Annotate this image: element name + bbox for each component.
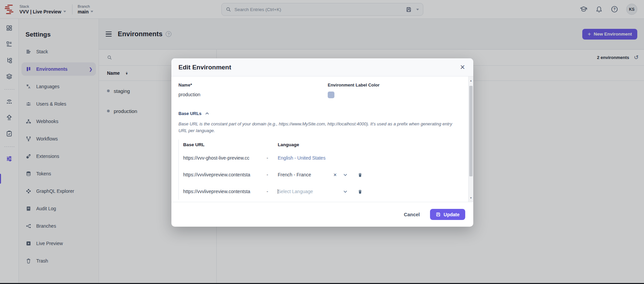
name-field-label: Name* (178, 82, 328, 88)
base-url-description: Base URL is the constant part of your do… (178, 121, 457, 134)
base-url-table: Base URL Language https://vvv-ghost-live… (178, 139, 458, 200)
chevron-down-icon[interactable] (341, 173, 349, 177)
clear-language-icon[interactable]: ✕ (331, 172, 339, 177)
modal-title: Edit Environment (178, 64, 231, 71)
language-select[interactable]: English - United States (278, 155, 331, 161)
cancel-button[interactable]: Cancel (404, 212, 420, 217)
base-url-column-header: Base URL (183, 142, 259, 147)
color-field-label: Environment Label Color (328, 82, 458, 88)
base-url-row: https://vvv-ghost-live-preview.cc - Engl… (183, 150, 458, 166)
save-icon (436, 212, 441, 217)
delete-row-icon[interactable] (356, 172, 364, 177)
scroll-down-icon[interactable]: ▼ (469, 195, 473, 201)
chevron-up-icon (205, 111, 209, 116)
modal-scrollbar[interactable]: ▲ ▼ (468, 76, 473, 202)
edit-environment-modal: Edit Environment ✕ Name* Environment Lab… (171, 58, 473, 227)
close-icon[interactable]: ✕ (460, 64, 465, 70)
base-url-row: https://vvvlivepreview.contentsta - Sele… (183, 183, 458, 200)
base-url-row: https://vvvlivepreview.contentsta - Fren… (183, 166, 458, 183)
language-select[interactable]: French - France (278, 172, 331, 177)
language-column-header: Language (278, 142, 299, 147)
chevron-down-icon[interactable] (341, 189, 349, 194)
delete-row-icon[interactable] (356, 189, 364, 194)
base-url-input[interactable]: https://vvvlivepreview.contentsta (183, 172, 259, 177)
scroll-up-icon[interactable]: ▲ (469, 78, 473, 83)
base-url-input[interactable]: https://vvv-ghost-live-preview.cc (183, 155, 259, 161)
scrollbar-thumb[interactable] (469, 86, 473, 176)
environment-name-input[interactable] (178, 92, 279, 97)
language-select[interactable]: Select Language (278, 189, 331, 194)
environment-color-swatch[interactable] (328, 92, 334, 98)
update-button[interactable]: Update (430, 209, 465, 220)
app-root: Stack VVV | Live Preview Branch main (0, 0, 644, 284)
base-url-input[interactable]: https://vvvlivepreview.contentsta (183, 189, 259, 194)
base-urls-section-toggle[interactable]: Base URLs (178, 111, 458, 116)
